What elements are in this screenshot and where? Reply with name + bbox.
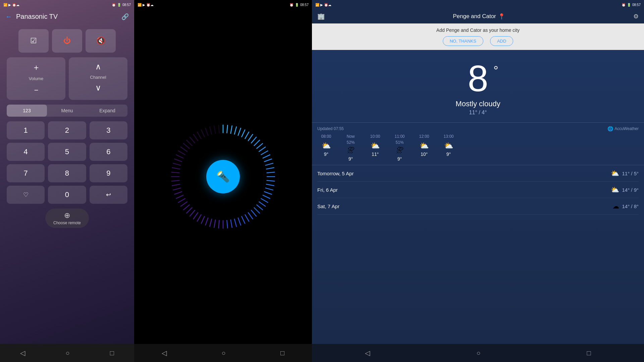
nav-recents-button[interactable]: □	[103, 347, 121, 360]
accuweather-icon: 🌐	[607, 126, 613, 131]
status-right: ⏰ 🔋 08:57	[112, 3, 131, 7]
num-1-button[interactable]: 1	[7, 121, 45, 139]
back-button[interactable]: ←	[5, 13, 12, 20]
hourly-weather-icon: ⛅	[322, 141, 331, 150]
flash-nav-back[interactable]: ◁	[155, 346, 173, 360]
checkbox-button[interactable]: ☑	[18, 29, 49, 53]
choose-remote-area: ⊕ Choose remote	[7, 208, 127, 231]
weather-status-right: ⏰ 🔋 08:57	[622, 3, 641, 7]
svg-line-41	[201, 216, 205, 224]
hourly-item: Now 52% ⛈ 9°	[340, 134, 362, 162]
weather-panel: 📶 ▶ ⏰☁ ⏰ 🔋 08:57 🏢 Penge and Cator 📍 ⚙ A…	[312, 0, 644, 362]
weather-header-title: Penge and Cator 📍	[453, 13, 505, 20]
num-7-button[interactable]: 7	[7, 164, 45, 182]
svg-line-42	[197, 215, 202, 222]
edit-button[interactable]: 🔗	[121, 13, 129, 20]
num-4-button[interactable]: 4	[7, 143, 45, 161]
signal-icon: 📶	[3, 3, 7, 7]
svg-line-10	[257, 143, 263, 148]
num-5-button[interactable]: 5	[48, 143, 86, 161]
back-num-button[interactable]: ↩	[90, 186, 127, 204]
svg-line-33	[234, 219, 236, 227]
buildings-icon: 🏢	[317, 13, 325, 20]
num-0-button[interactable]: 0	[48, 186, 86, 204]
hourly-scroll[interactable]: 08:00 ⛅ 9° Now 52% ⛈ 9° 10:00 ⛅ 11° 11:0…	[312, 134, 644, 165]
alarm-icon: ⏰	[112, 3, 116, 7]
accuweather-badge: 🌐 AccuWeather	[607, 126, 639, 131]
svg-line-61	[180, 147, 187, 152]
hourly-pct: 52%	[346, 140, 355, 145]
flash-battery-icon: 🔋	[295, 3, 299, 7]
flashlight-button[interactable]: 🔦	[206, 160, 240, 193]
num-6-button[interactable]: 6	[90, 143, 127, 161]
svg-line-46	[183, 205, 190, 210]
numpad: 1 2 3 4 5 6 7 8 9 ♡ 0 ↩	[7, 121, 127, 204]
volume-up-button[interactable]: ＋	[25, 61, 47, 74]
hourly-pct: 51%	[395, 140, 404, 145]
svg-line-64	[190, 137, 195, 143]
remote-header: ← Panasonic TV 🔗	[0, 9, 134, 24]
daily-item: Sat, 7 Apr ☁ 14° / 8°	[317, 198, 639, 215]
temperature-range: 11° / 4°	[469, 110, 487, 116]
volume-down-button[interactable]: －	[25, 83, 47, 97]
svg-line-71	[218, 125, 219, 133]
power-icon: ⏻	[63, 37, 71, 45]
svg-line-15	[265, 163, 273, 165]
add-city-button[interactable]: ADD	[490, 36, 513, 46]
flash-status-bar: 📶 ▶ ⏰☁ ⏰ 🔋 08:57	[134, 0, 312, 9]
flashlight-icon: 🔦	[216, 170, 230, 183]
favorite-button[interactable]: ♡	[7, 186, 45, 204]
hourly-item: 08:00 ⛅ 9°	[315, 134, 337, 162]
no-thanks-button[interactable]: NO, THANKS	[443, 36, 483, 46]
mute-button[interactable]: 🔇	[86, 29, 116, 53]
flash-nav-recents[interactable]: □	[274, 347, 291, 360]
mode-menu-button[interactable]: Menu	[47, 105, 87, 117]
checkbox-icon: ☑	[30, 37, 37, 45]
remote-panel: 📶 ▶ ⏰☁ ⏰ 🔋 08:57 ← Panasonic TV 🔗 ☑ ⏻ 🔇	[0, 0, 134, 362]
daily-temps: 14° / 8°	[622, 203, 639, 209]
num-2-button[interactable]: 2	[48, 121, 86, 139]
svg-line-59	[176, 155, 184, 158]
svg-line-45	[186, 207, 192, 214]
channel-up-button[interactable]: ∧	[89, 61, 108, 73]
weather-nav-bar: ◁ ○ □	[312, 344, 644, 362]
svg-line-51	[173, 188, 181, 190]
channel-down-button[interactable]: ∨	[89, 82, 108, 94]
num-3-button[interactable]: 3	[90, 121, 127, 139]
hourly-item: 10:00 ⛅ 11°	[364, 134, 386, 162]
volume-label: Volume	[29, 76, 43, 81]
num-9-button[interactable]: 9	[90, 164, 127, 182]
home-city-banner: Add Penge and Cator as your home city NO…	[312, 23, 644, 50]
mode-123-button[interactable]: 123	[7, 105, 47, 117]
weather-status-left: 📶 ▶ ⏰☁	[315, 3, 331, 7]
weather-nav-back[interactable]: ◁	[358, 346, 377, 360]
status-left: 📶 ▶ ⏰☁	[3, 3, 19, 7]
flash-nav-home[interactable]: ○	[215, 347, 232, 360]
daily-temps: 14° / 9°	[622, 187, 639, 193]
svg-line-12	[261, 151, 268, 155]
channel-label: Channel	[90, 75, 106, 80]
weather-nav-recents[interactable]: □	[580, 347, 597, 360]
choose-remote-label: Choose remote	[53, 221, 81, 225]
nav-back-button[interactable]: ◁	[13, 346, 32, 360]
svg-line-23	[263, 195, 270, 199]
daily-weather-icon: ☁	[612, 202, 619, 210]
remote-time: 08:57	[122, 3, 131, 7]
settings-icon[interactable]: ⚙	[633, 13, 639, 20]
svg-line-63	[186, 140, 192, 146]
choose-remote-button[interactable]: ⊕ Choose remote	[45, 208, 89, 228]
home-city-text: Add Penge and Cator as your home city	[436, 27, 520, 33]
mode-expand-button[interactable]: Expand	[87, 105, 127, 117]
svg-line-35	[227, 220, 227, 229]
weather-header: 🏢 Penge and Cator 📍 ⚙	[312, 9, 644, 23]
vol-ch-controls: ＋ Volume － ∧ Channel ∨	[7, 57, 127, 100]
weather-nav-home[interactable]: ○	[470, 347, 487, 360]
extra-icons: ⏰☁	[12, 3, 19, 7]
svg-line-6	[245, 132, 249, 139]
updated-row: Updated 07:55 🌐 AccuWeather	[312, 126, 644, 134]
nav-home-button[interactable]: ○	[59, 347, 76, 360]
num-8-button[interactable]: 8	[48, 164, 86, 182]
power-button[interactable]: ⏻	[52, 29, 82, 53]
svg-line-58	[174, 159, 182, 162]
hourly-weather-icon: ⛅	[371, 141, 380, 150]
